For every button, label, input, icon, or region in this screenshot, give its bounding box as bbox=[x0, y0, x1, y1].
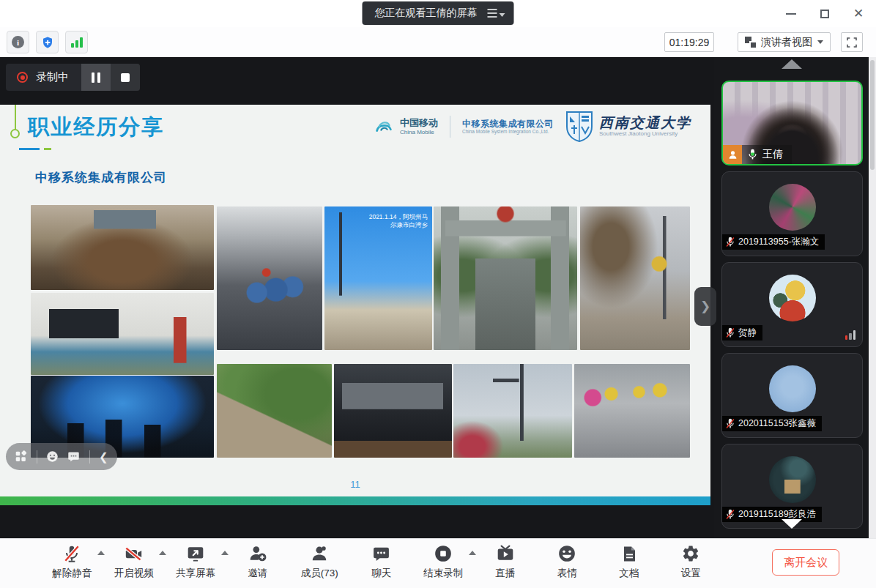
shield-plus-icon bbox=[41, 36, 54, 49]
photo-equipment-room bbox=[217, 206, 322, 350]
scroll-up-arrow[interactable] bbox=[782, 59, 802, 69]
next-page-handle[interactable]: ❯ bbox=[694, 287, 716, 326]
photo-hillside-camera bbox=[580, 206, 690, 350]
participant-tile[interactable]: 贺静 bbox=[721, 262, 863, 347]
avatar bbox=[769, 456, 816, 503]
fullscreen-button[interactable] bbox=[841, 32, 863, 52]
security-button[interactable] bbox=[36, 31, 59, 53]
scroll-down-arrow[interactable] bbox=[782, 519, 802, 529]
participant-tile[interactable]: 2019113955-张瀚文 bbox=[721, 171, 863, 256]
recording-indicator: 录制中 bbox=[6, 64, 140, 91]
view-mode-label: 演讲者视图 bbox=[761, 36, 812, 49]
start-video-label: 开启视频 bbox=[114, 567, 154, 580]
chevron-down-icon bbox=[500, 13, 505, 17]
photo-meeting-room bbox=[31, 205, 214, 290]
floating-toolbar: ❮ bbox=[6, 443, 117, 470]
emoji-reaction-icon[interactable] bbox=[46, 450, 59, 463]
members-label: 成员(73) bbox=[301, 567, 338, 580]
emoji-label: 表情 bbox=[557, 567, 577, 580]
live-tv-icon bbox=[496, 544, 515, 563]
participant-name: 2019115189彭良浩 bbox=[738, 508, 816, 521]
stop-record-icon bbox=[434, 544, 453, 563]
collapse-left-icon[interactable]: ❮ bbox=[99, 450, 108, 464]
mic-on-icon bbox=[748, 149, 757, 160]
share-screen-label: 共享屏幕 bbox=[176, 567, 215, 580]
weak-signal-icon bbox=[845, 330, 856, 340]
stop-recording-label: 结束录制 bbox=[423, 567, 463, 580]
china-mobile-logo-icon bbox=[373, 116, 395, 138]
minimize-button[interactable] bbox=[785, 8, 797, 20]
window-controls: ✕ bbox=[785, 0, 864, 27]
participant-tile[interactable]: 2019115189彭良浩 bbox=[721, 444, 863, 529]
presenter-badge-icon bbox=[723, 145, 742, 164]
participant-tile[interactable]: 2020115153张鑫薇 bbox=[721, 353, 863, 438]
hamburger-icon bbox=[488, 9, 497, 18]
invite-button[interactable]: 邀请 bbox=[227, 543, 289, 580]
camera-off-icon bbox=[124, 544, 144, 564]
slide-bottom-bar bbox=[0, 496, 710, 505]
stop-recording-toolbar-button[interactable]: 结束录制 bbox=[412, 543, 475, 580]
swjtu-cn: 西南交通大学 bbox=[599, 116, 691, 131]
docs-button[interactable]: 文档 bbox=[598, 543, 661, 580]
titlebar: 您正在观看王倩的屏幕 ✕ bbox=[0, 0, 876, 27]
photo-stairs-gate bbox=[434, 206, 577, 350]
swjtu-logo-group: 西南交通大学 Southwest Jiaotong University bbox=[565, 111, 691, 143]
live-button[interactable]: 直播 bbox=[475, 543, 537, 580]
share-screen-button[interactable]: 共享屏幕 bbox=[165, 543, 227, 580]
settings-button[interactable]: 设置 bbox=[660, 543, 722, 580]
banner-menu-icon[interactable] bbox=[488, 9, 505, 18]
chat-icon bbox=[372, 545, 390, 563]
swjtu-en: Southwest Jiaotong University bbox=[599, 131, 691, 138]
china-mobile-en: China Mobile bbox=[400, 129, 438, 135]
slide-decoration-circle bbox=[10, 129, 20, 138]
view-mode-dropdown[interactable]: 演讲者视图 bbox=[738, 32, 831, 52]
photo-camera-pole bbox=[453, 364, 572, 458]
chat-bubble-icon[interactable] bbox=[67, 450, 80, 463]
recording-dot-icon bbox=[17, 72, 28, 83]
topbar-right-group: 01:19:29 演讲者视图 bbox=[664, 32, 863, 52]
signal-bars-icon bbox=[71, 37, 83, 48]
info-icon: i bbox=[12, 36, 24, 48]
photo-control-room bbox=[334, 364, 452, 458]
china-mobile-logo-group: 中国移动 China Mobile bbox=[373, 116, 438, 138]
members-icon bbox=[310, 544, 329, 563]
leave-meeting-button[interactable]: 离开会议 bbox=[772, 549, 839, 576]
document-icon bbox=[620, 545, 638, 563]
avatar bbox=[769, 365, 816, 412]
mic-muted-icon bbox=[726, 237, 735, 248]
top-toolbar: i 01:19:29 演讲者视图 bbox=[0, 27, 876, 57]
slide-title: 职业经历分享 bbox=[28, 113, 164, 142]
meeting-info-button[interactable]: i bbox=[7, 31, 29, 53]
sidebar-scrollbar[interactable] bbox=[869, 57, 876, 538]
members-button[interactable]: 成员(73) bbox=[289, 543, 351, 580]
photo-street-inspection bbox=[217, 364, 332, 458]
photo-field-site: 2021.1.14，阿坝州马 尔康市白湾乡 bbox=[324, 206, 432, 350]
chat-button[interactable]: 聊天 bbox=[351, 543, 413, 580]
invite-label: 邀请 bbox=[248, 567, 267, 580]
photo-construction-site bbox=[574, 364, 690, 458]
live-label: 直播 bbox=[495, 567, 515, 580]
slide-page-number: 11 bbox=[0, 479, 710, 490]
unmute-button[interactable]: 解除静音 bbox=[41, 543, 103, 580]
photo-caption: 2021.1.14，阿坝州马 尔康市白湾乡 bbox=[369, 213, 428, 230]
participants-sidebar: 王倩 2019113955-张瀚文 bbox=[714, 57, 876, 538]
network-quality-button[interactable] bbox=[65, 31, 88, 53]
photo-screen-installation bbox=[31, 293, 214, 375]
slide-subtitle: 中移系统集成有限公司 bbox=[35, 169, 167, 186]
slide-logos: 中国移动 China Mobile 中移系统集成有限公司 China Mobil… bbox=[373, 111, 691, 143]
layout-switch-icon[interactable] bbox=[15, 450, 27, 463]
participant-name: 2019113955-张瀚文 bbox=[738, 236, 819, 248]
start-video-button[interactable]: 开启视频 bbox=[103, 543, 166, 580]
screen-share-title: 您正在观看王倩的屏幕 bbox=[375, 7, 478, 20]
participant-tile-video[interactable]: 王倩 bbox=[721, 81, 863, 165]
avatar bbox=[769, 184, 816, 231]
logo-divider bbox=[450, 116, 450, 138]
emoji-button[interactable]: 表情 bbox=[536, 543, 598, 580]
maximize-button[interactable] bbox=[819, 8, 831, 20]
close-button[interactable]: ✕ bbox=[853, 8, 864, 20]
avatar bbox=[769, 275, 816, 321]
divider bbox=[37, 450, 37, 464]
pause-recording-button[interactable] bbox=[81, 64, 111, 91]
stop-recording-button[interactable] bbox=[111, 64, 140, 91]
mic-muted-icon bbox=[726, 418, 735, 429]
